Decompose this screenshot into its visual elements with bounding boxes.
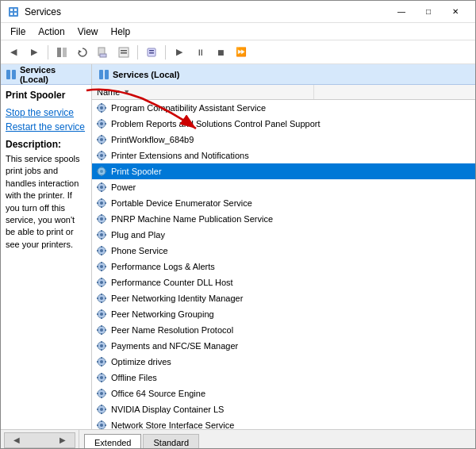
service-name: Peer Name Resolution Protocol <box>111 325 475 335</box>
svg-rect-66 <box>97 218 98 220</box>
svg-rect-64 <box>101 214 102 216</box>
svg-rect-78 <box>97 250 98 251</box>
description-label: Description: <box>6 139 86 150</box>
table-row[interactable]: Peer Networking Grouping <box>92 306 475 322</box>
service-icon <box>95 371 108 384</box>
svg-rect-19 <box>105 70 109 79</box>
table-row[interactable]: Peer Networking Identity Manager <box>92 290 475 306</box>
toolbar-refresh[interactable] <box>73 44 92 61</box>
table-row[interactable]: Power <box>92 179 475 195</box>
svg-rect-82 <box>101 262 102 263</box>
svg-rect-17 <box>12 70 16 79</box>
table-row[interactable]: Performance Logs & Alerts <box>92 259 475 274</box>
window-title: Services <box>25 6 61 17</box>
svg-rect-103 <box>105 313 106 315</box>
toolbar-pause[interactable]: ⏸ <box>190 44 209 61</box>
table-row[interactable]: Phone Service <box>92 243 475 259</box>
svg-point-63 <box>100 217 103 221</box>
table-row[interactable]: Offline Files <box>92 370 475 386</box>
svg-rect-95 <box>101 301 102 303</box>
table-row[interactable]: PNRP Machine Name Publication Service <box>92 211 475 227</box>
svg-rect-41 <box>101 159 102 160</box>
table-row[interactable]: Performance Counter DLL Host <box>92 274 475 290</box>
column-name-header[interactable]: Name ▼ <box>92 85 314 99</box>
menu-view[interactable]: View <box>71 25 105 39</box>
svg-rect-28 <box>101 119 102 121</box>
toolbar-start[interactable]: ▶ <box>170 44 189 61</box>
service-name: PrintWorkflow_684b9 <box>111 135 475 144</box>
svg-rect-34 <box>101 135 102 136</box>
menu-action[interactable]: Action <box>32 25 71 39</box>
table-row[interactable]: Plug and Play <box>92 227 475 243</box>
tab-extended[interactable]: Extended <box>84 434 141 449</box>
status-left: ◀ ▶ <box>1 430 79 449</box>
tab-standard[interactable]: Standard <box>143 434 199 449</box>
minimize-button[interactable]: — <box>388 1 415 23</box>
svg-point-75 <box>100 249 103 252</box>
service-name: Performance Counter DLL Host <box>111 278 475 287</box>
title-bar-left: Services <box>7 6 61 18</box>
table-row[interactable]: Optimize drives <box>92 354 475 370</box>
toolbar-sep-2 <box>137 45 138 59</box>
svg-rect-42 <box>97 155 98 156</box>
svg-rect-52 <box>101 182 102 184</box>
table-row[interactable]: Printer Extensions and Notifications <box>92 148 475 163</box>
toolbar-sep-1 <box>48 45 48 59</box>
toolbar: ◀ ▶ ▶ ⏸ ⏹ ⏩ <box>1 40 475 64</box>
svg-rect-85 <box>105 266 106 267</box>
svg-rect-2 <box>14 9 17 11</box>
restart-service-link[interactable]: Restart the service <box>6 121 86 132</box>
toolbar-export[interactable] <box>94 44 113 61</box>
table-row[interactable]: Problem Reports and Solutions Control Pa… <box>92 116 475 132</box>
service-icon <box>95 133 108 146</box>
table-row[interactable]: Payments and NFC/SE Manager <box>92 338 475 354</box>
table-row[interactable]: Office 64 Source Engine <box>92 386 475 401</box>
table-row[interactable]: Portable Device Enumerator Service <box>92 195 475 211</box>
services-table[interactable]: Name ▼ Program Compatibility Assistant S… <box>92 85 475 429</box>
maximize-button[interactable]: □ <box>415 1 442 23</box>
svg-rect-138 <box>97 409 98 410</box>
menu-file[interactable]: File <box>4 25 32 39</box>
service-name: Optimize drives <box>111 357 475 366</box>
svg-rect-125 <box>101 381 102 382</box>
service-icon <box>95 308 108 320</box>
toolbar-btn3[interactable] <box>114 44 133 61</box>
content-header-icon <box>98 69 109 80</box>
stop-service-link[interactable]: Stop the service <box>6 107 86 118</box>
close-button[interactable]: ✕ <box>442 1 469 23</box>
svg-rect-5 <box>57 48 61 57</box>
svg-rect-55 <box>105 186 106 188</box>
svg-rect-47 <box>101 175 102 176</box>
svg-rect-132 <box>97 393 98 394</box>
left-arrow-icon: ◀ <box>13 436 20 444</box>
svg-rect-43 <box>105 155 106 156</box>
table-row[interactable]: Program Compatibility Assistant Service <box>92 100 475 116</box>
table-row[interactable]: NVIDIA Display Container LS <box>92 401 475 417</box>
svg-rect-40 <box>101 151 102 152</box>
service-icon <box>95 149 108 162</box>
svg-point-33 <box>100 138 103 141</box>
toolbar-show-hide[interactable] <box>52 44 71 61</box>
toolbar-restart[interactable]: ⏩ <box>232 44 251 61</box>
svg-rect-96 <box>97 297 98 299</box>
svg-point-39 <box>100 154 103 157</box>
svg-rect-100 <box>101 309 102 311</box>
content-header: Services (Local) <box>92 64 475 85</box>
table-row[interactable]: Network Store Interface Service <box>92 417 475 429</box>
toolbar-back[interactable]: ◀ <box>4 44 23 61</box>
sidebar-header-icon <box>6 69 17 80</box>
svg-rect-49 <box>105 171 106 172</box>
svg-rect-79 <box>105 250 106 251</box>
menu-help[interactable]: Help <box>105 25 137 39</box>
table-row[interactable]: Print Spooler <box>92 163 475 179</box>
toolbar-stop[interactable]: ⏹ <box>211 44 230 61</box>
table-row[interactable]: Peer Name Resolution Protocol <box>92 322 475 338</box>
table-row[interactable]: PrintWorkflow_684b9 <box>92 132 475 148</box>
resize-handle[interactable]: ◀ ▶ <box>4 432 75 448</box>
toolbar-forward[interactable]: ▶ <box>25 44 44 61</box>
sort-arrow-icon: ▼ <box>123 88 130 96</box>
service-name: Peer Networking Identity Manager <box>111 294 475 303</box>
toolbar-properties[interactable] <box>142 44 161 61</box>
svg-rect-70 <box>101 230 102 232</box>
svg-rect-118 <box>101 357 102 359</box>
